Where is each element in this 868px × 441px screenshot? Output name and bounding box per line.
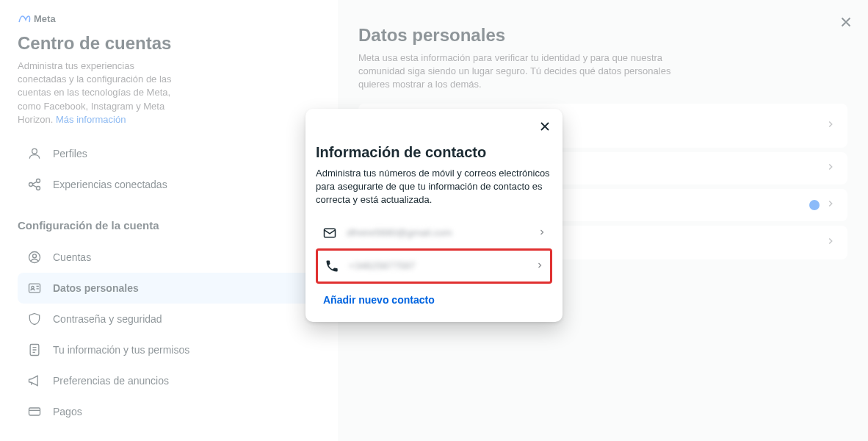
modal-description: Administra tus números de móvil y correo… xyxy=(316,167,552,207)
mail-icon xyxy=(322,225,338,241)
chevron-right-icon xyxy=(535,259,544,273)
add-contact-button[interactable]: Añadir nuevo contacto xyxy=(316,284,552,309)
contact-row-email[interactable]: dfreire5680@gmail.com xyxy=(316,218,552,248)
modal-title: Información de contacto xyxy=(316,144,552,161)
contact-info-modal: Información de contacto Administra tus n… xyxy=(305,109,563,322)
modal-close-button[interactable] xyxy=(538,119,552,137)
chevron-right-icon xyxy=(538,226,546,240)
contact-row-phone[interactable]: +34625877597 xyxy=(316,248,552,284)
contact-phone-value: +34625877597 xyxy=(349,260,527,271)
contact-email-value: dfreire5680@gmail.com xyxy=(347,227,529,238)
phone-icon xyxy=(324,258,340,274)
